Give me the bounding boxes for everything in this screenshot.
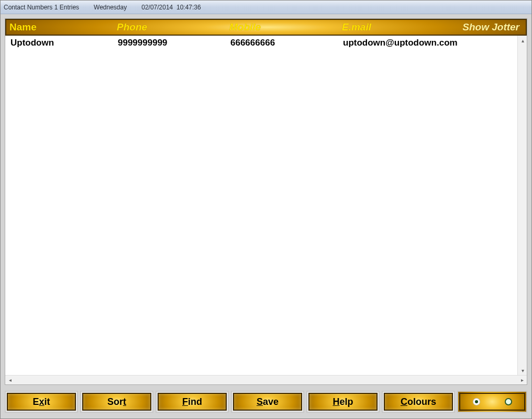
- column-header-phone[interactable]: Phone: [114, 21, 226, 33]
- window-title: Contact Numbers 1 Entries: [4, 4, 79, 11]
- cell-phone: 9999999999: [116, 38, 228, 48]
- date-label: 02/07/2014 10:47:36: [141, 4, 201, 11]
- vertical-scrollbar[interactable]: ▴ ▾: [517, 36, 527, 375]
- help-button[interactable]: Help: [308, 393, 378, 411]
- sort-button[interactable]: Sort: [82, 393, 151, 411]
- scroll-right-icon[interactable]: ▸: [517, 376, 527, 385]
- radio-option-2[interactable]: [505, 398, 512, 405]
- scroll-left-icon[interactable]: ◂: [5, 376, 15, 385]
- scroll-down-icon[interactable]: ▾: [518, 366, 527, 375]
- show-jotter-link[interactable]: Show Jotter: [444, 21, 526, 33]
- cell-email: uptodown@uptodown.com: [341, 38, 517, 48]
- button-slot: Exit: [5, 391, 78, 413]
- titlebar: Contact Numbers 1 Entries Wednesday 02/0…: [1, 1, 531, 14]
- toolbar: Exit Sort Find Save Help Colours: [5, 389, 527, 414]
- scroll-up-icon[interactable]: ▴: [518, 36, 527, 45]
- find-button[interactable]: Find: [158, 393, 227, 411]
- cell-mobile: 666666666: [228, 38, 341, 48]
- list-body: Uptodown 9999999999 666666666 uptodown@u…: [5, 36, 517, 375]
- radio-panel-inner: [459, 393, 525, 411]
- contact-list: Uptodown 9999999999 666666666 uptodown@u…: [5, 36, 527, 375]
- button-slot: Find: [156, 391, 229, 413]
- horizontal-scrollbar[interactable]: ◂ ▸: [5, 375, 527, 384]
- button-slot: Help: [306, 391, 380, 413]
- column-header-bar: Name Phone Mobile E.mail Show Jotter: [5, 19, 527, 36]
- table-row[interactable]: Uptodown 9999999999 666666666 uptodown@u…: [5, 36, 517, 49]
- save-button[interactable]: Save: [233, 393, 302, 411]
- cell-name: Uptodown: [8, 38, 116, 48]
- column-header-name[interactable]: Name: [6, 21, 114, 33]
- content-area: Name Phone Mobile E.mail Show Jotter Upt…: [5, 18, 527, 385]
- radio-dot-icon: [475, 400, 478, 403]
- radio-option-1[interactable]: [473, 398, 480, 405]
- column-header-email[interactable]: E.mail: [339, 21, 444, 33]
- exit-button[interactable]: Exit: [7, 393, 76, 411]
- colours-button[interactable]: Colours: [384, 393, 453, 411]
- button-slot: Save: [231, 391, 304, 413]
- button-slot: Sort: [80, 391, 153, 413]
- radio-panel: [457, 391, 527, 413]
- column-header-mobile[interactable]: Mobile: [226, 21, 339, 33]
- app-window: Contact Numbers 1 Entries Wednesday 02/0…: [0, 0, 532, 419]
- button-slot: Colours: [382, 391, 455, 413]
- day-label: Wednesday: [94, 4, 127, 11]
